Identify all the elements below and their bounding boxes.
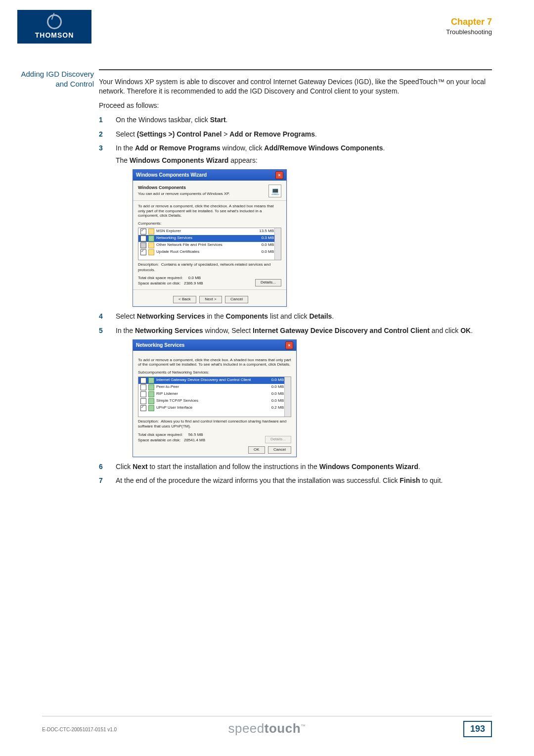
list-item: Peer-to-Peer0.0 MB <box>138 384 291 391</box>
cancel-button[interactable]: Cancel <box>268 446 291 454</box>
logo-text: THOMSON <box>35 31 74 39</box>
step-1: 1 On the Windows taskbar, click Start. <box>99 115 492 125</box>
checkbox-icon[interactable] <box>140 405 146 411</box>
details-button: Details... <box>265 436 291 443</box>
folder-icon <box>148 229 154 235</box>
thomson-logo: THOMSON <box>17 10 91 44</box>
details-button[interactable]: Details... <box>255 279 281 286</box>
content: Adding IGD Discovery and Control Your Wi… <box>99 69 492 490</box>
dialog1-list-label: Components: <box>138 221 281 227</box>
chapter-label: Chapter 7 <box>446 17 492 27</box>
checkbox-icon[interactable] <box>140 378 146 383</box>
cert-icon <box>148 249 154 255</box>
checkbox-icon[interactable] <box>140 242 146 248</box>
page: THOMSON Chapter 7 Troubleshooting Adding… <box>0 0 534 756</box>
network-icon <box>148 384 154 390</box>
checkbox-icon[interactable] <box>140 249 146 255</box>
list-item: UPnP User Interface0.2 MB <box>138 405 291 412</box>
dialog2-buttons: OK Cancel <box>138 443 291 454</box>
list-item: Update Root Certificates0.0 MB <box>138 249 281 256</box>
networking-services-dialog: Networking Services × To add or remove a… <box>133 339 297 457</box>
back-button[interactable]: < Back <box>173 296 196 303</box>
checkbox-icon[interactable] <box>140 398 146 404</box>
list-item: MSN Explorer13.5 MB <box>138 228 281 235</box>
logo-icon <box>47 14 62 29</box>
step-3: 3 In the Add or Remove Programs window, … <box>99 143 492 306</box>
next-button[interactable]: Next > <box>199 296 222 303</box>
list-item: RIP Listener0.0 MB <box>138 391 291 398</box>
dialog1-description: Description: Contains a variety of speci… <box>138 262 281 273</box>
header-right: Chapter 7 Troubleshooting <box>446 17 492 36</box>
intro-paragraph: Your Windows XP system is able to discov… <box>99 77 492 96</box>
step-7: 7 At the end of the procedure the wizard… <box>99 476 492 485</box>
dialog2-list-label: Subcomponents of Networking Services: <box>138 370 291 376</box>
dialog2-description: Description: Allows you to find and cont… <box>138 419 291 430</box>
side-heading: Adding IGD Discovery and Control <box>10 69 94 90</box>
list-item: Internet Gateway Device Discovery and Co… <box>138 377 291 384</box>
network-icon <box>148 236 154 241</box>
dialog1-body: Windows Components You can add or remove… <box>133 181 286 306</box>
top-rule <box>99 69 492 70</box>
windows-components-wizard-dialog: Windows Components Wizard × Windows Comp… <box>133 169 287 307</box>
step-2: 2 Select (Settings >) Control Panel > Ad… <box>99 130 492 139</box>
proceed-label: Proceed as follows: <box>99 101 492 110</box>
network-icon <box>148 405 154 411</box>
dialog2-stats: Total disk space required: 56.5 MB Space… <box>138 432 291 443</box>
checkbox-icon[interactable] <box>140 384 146 390</box>
step-4: 4 Select Networking Services in the Comp… <box>99 312 492 321</box>
checkbox-icon[interactable] <box>140 236 146 241</box>
dialog2-instruction: To add or remove a component, click the … <box>138 358 291 367</box>
components-list[interactable]: MSN Explorer13.5 MB Networking Services0… <box>138 228 281 260</box>
network-icon <box>148 391 154 397</box>
checkbox-icon[interactable] <box>140 391 146 397</box>
dialog1-instruction: To add or remove a component, click the … <box>138 204 281 218</box>
checkbox-icon[interactable] <box>140 229 146 235</box>
close-icon[interactable]: × <box>275 171 283 179</box>
dialog1-heading: Windows Components <box>138 185 230 190</box>
step-list: 1 On the Windows taskbar, click Start. 2… <box>99 115 492 486</box>
step-5: 5 In the Networking Services window, Sel… <box>99 326 492 457</box>
step-6: 6 Click Next to start the installation a… <box>99 462 492 472</box>
page-number: 193 <box>463 721 492 737</box>
dialog1-stats: Total disk space required: 0.0 MB Space … <box>138 276 281 286</box>
wizard-icon: 💻 <box>268 185 281 197</box>
folder-icon <box>148 242 154 248</box>
close-icon[interactable]: × <box>285 341 293 349</box>
dialog1-titlebar: Windows Components Wizard × <box>133 170 286 181</box>
footer-rule <box>42 716 492 716</box>
subcomponents-list[interactable]: Internet Gateway Device Discovery and Co… <box>138 377 291 417</box>
network-icon <box>148 378 154 383</box>
dialog1-buttons: < Back Next > Cancel <box>138 293 281 303</box>
cancel-button[interactable]: Cancel <box>225 296 248 303</box>
network-icon <box>148 398 154 404</box>
list-item: Networking Services0.3 MB <box>138 235 281 242</box>
brand-footer: speedtouch™ <box>0 721 534 736</box>
ok-button[interactable]: OK <box>248 446 265 454</box>
list-item: Simple TCP/IP Services0.0 MB <box>138 398 291 405</box>
section-label: Troubleshooting <box>446 28 492 36</box>
dialog1-title: Windows Components Wizard <box>136 172 207 179</box>
dialog2-titlebar: Networking Services × <box>133 340 296 351</box>
dialog2-body: To add or remove a component, click the … <box>133 351 296 457</box>
dialog1-subheading: You can add or remove components of Wind… <box>138 191 230 197</box>
list-item: Other Network File and Print Services0.0… <box>138 242 281 249</box>
dialog2-title: Networking Services <box>136 342 184 349</box>
